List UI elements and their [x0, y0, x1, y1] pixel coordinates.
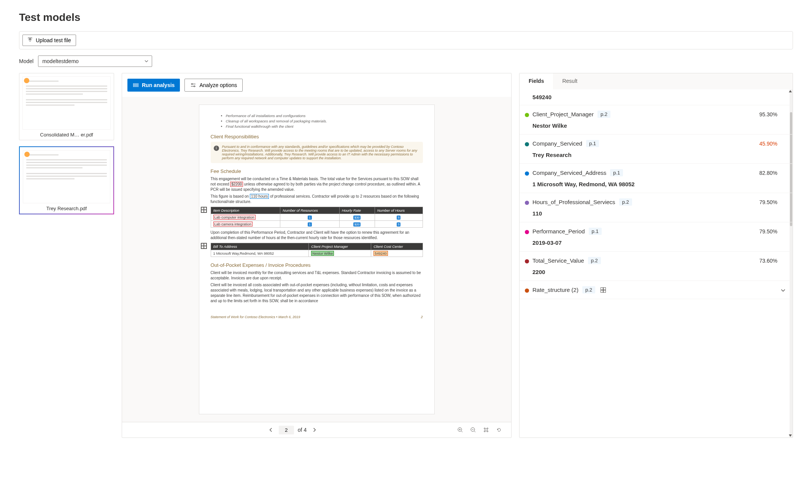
model-row: Model modeltestdemo	[19, 55, 793, 67]
field-name: Hours_of_Professional_Serviecs	[532, 199, 615, 205]
run-analysis-button[interactable]: Run analysis	[127, 79, 180, 92]
next-page-button[interactable]	[310, 426, 319, 434]
doc-text: This figure is based on	[211, 194, 250, 198]
field-value: Trey Research	[532, 152, 781, 158]
doc-heading-fee-schedule: Fee Schedule	[211, 168, 423, 174]
doc-note-text: Pursuant to and in conformance with any …	[222, 145, 417, 160]
th: Bill To Address	[211, 243, 309, 250]
status-dot-icon	[24, 78, 29, 83]
doc-bullet-list: Performance of all installations and con…	[226, 114, 423, 128]
field-item[interactable]: Total_Service_Valuep.273.60%2200	[520, 252, 793, 281]
bill-table: Bill To Address Client Project Manager C…	[211, 243, 423, 257]
model-select[interactable]: modeltestdemo	[38, 55, 152, 67]
upload-bar: Upload test file	[19, 31, 793, 49]
field-page-badge: p.2	[619, 198, 632, 206]
fit-button[interactable]	[481, 425, 491, 434]
field-color-dot	[525, 113, 529, 117]
analyze-options-button[interactable]: Analyze options	[184, 79, 243, 92]
field-color-dot	[525, 171, 529, 176]
field-item[interactable]: Company_Servicedp.145.90%Trey Research	[520, 135, 793, 164]
field-name: Performance_Period	[532, 228, 585, 235]
model-select-value: modeltestdemo	[42, 58, 79, 64]
tab-result[interactable]: Result	[553, 73, 586, 89]
field-name: Client_Project_Manager	[532, 111, 594, 117]
field-color-dot	[525, 259, 529, 263]
field-name: Rate_structure (2)	[532, 287, 578, 293]
th: Number of Hours	[375, 207, 423, 214]
doc-bullet: Performance of all installations and con…	[226, 114, 423, 118]
td: $20	[339, 221, 375, 228]
highlight-hours: 110 hours	[250, 194, 269, 199]
field-confidence: 79.50%	[760, 199, 777, 205]
field-item[interactable]: Rate_structure (2)p.2	[520, 281, 793, 299]
doc-paragraph: Client will be invoiced monthly for the …	[211, 270, 423, 281]
page-input[interactable]	[279, 426, 294, 434]
sliders-icon	[190, 82, 196, 88]
td: 1 Microsoft Way,Redmond, WA 98052	[211, 250, 309, 257]
thumbnail-preview	[23, 150, 110, 203]
zoom-out-button[interactable]	[469, 425, 478, 434]
th: Client Project Manager	[309, 243, 371, 250]
model-label: Model	[19, 58, 33, 64]
td: 1	[280, 214, 339, 221]
doc-bullet: Final functional walkthrough with the cl…	[226, 124, 423, 128]
highlight-pm: Nestor Wilke	[311, 251, 334, 256]
td: Lab computer integration	[211, 214, 280, 221]
page-total-label: of 4	[298, 427, 307, 433]
field-confidence: 45.90%	[760, 141, 777, 147]
field-color-dot	[525, 201, 529, 205]
thumbnail-column: Consolidated M… er.pdf Trey Research.pdf	[19, 73, 114, 438]
table-icon	[201, 243, 207, 249]
tabs: Fields Result	[520, 73, 793, 89]
th: Hourly Rate	[339, 207, 375, 214]
doc-heading-client-responsibilities: Client Responsibilities	[211, 134, 423, 139]
analyze-options-label: Analyze options	[199, 82, 237, 88]
th: Number of Resources	[280, 207, 339, 214]
th: Item Description	[211, 207, 280, 214]
doc-paragraph: Upon completion of this Performance Peri…	[211, 230, 423, 241]
viewer-body[interactable]: Performance of all installations and con…	[122, 97, 511, 422]
field-page-badge: p.2	[597, 111, 610, 118]
td: $30	[339, 214, 375, 221]
field-confidence: 79.50%	[760, 228, 777, 235]
thumbnail-preview	[22, 76, 111, 130]
td: 549240	[371, 250, 423, 257]
svg-point-1	[194, 86, 195, 87]
fields-panel: Fields Result 549240 Client_Project_Mana…	[519, 73, 793, 438]
field-item[interactable]: Company_Serviced_Addressp.182.80%1 Micro…	[520, 164, 793, 193]
upload-button-label: Upload test file	[36, 37, 71, 43]
info-icon: i	[214, 146, 219, 151]
thumbnail-label: Trey Research.pdf	[23, 206, 110, 211]
field-value: 110	[532, 210, 781, 217]
rotate-button[interactable]	[494, 425, 504, 434]
thumbnail-trey-research[interactable]: Trey Research.pdf	[19, 146, 114, 214]
field-value: 1 Microsoft Way, Redmond, WA 98052	[532, 181, 781, 187]
upload-test-file-button[interactable]: Upload test file	[22, 35, 76, 46]
doc-paragraph: Client will be invoiced all costs associ…	[211, 282, 423, 304]
field-page-badge: p.1	[589, 228, 602, 235]
td: 5	[375, 221, 423, 228]
field-name: Total_Service_Value	[532, 257, 584, 264]
highlight-total-value: $2200	[230, 182, 243, 187]
field-color-dot	[525, 142, 529, 146]
tab-fields[interactable]: Fields	[520, 73, 553, 89]
doc-footer-right: 2	[421, 315, 423, 319]
thumbnail-consolidated[interactable]: Consolidated M… er.pdf	[19, 73, 114, 140]
field-item[interactable]: Client_Project_Managerp.295.30%Nestor Wi…	[520, 105, 793, 135]
zoom-in-button[interactable]	[456, 425, 465, 434]
fields-list[interactable]: 549240 Client_Project_Managerp.295.30%Ne…	[520, 89, 793, 437]
td: 5	[375, 214, 423, 221]
highlight: 1	[308, 222, 311, 227]
viewer-toolbar: Run analysis Analyze options	[122, 73, 511, 97]
thumbnail-label: Consolidated M… er.pdf	[22, 132, 111, 138]
prev-page-button[interactable]	[267, 426, 275, 434]
zoom-tools	[456, 425, 504, 434]
field-value: Nestor Wilke	[532, 122, 781, 129]
field-item[interactable]: Performance_Periodp.179.50%2019-03-07	[520, 222, 793, 252]
table-icon	[201, 207, 207, 213]
fee-table: Item Description Number of Resources Hou…	[211, 207, 423, 228]
scroll-down-icon[interactable]	[789, 434, 792, 437]
field-item[interactable]: Hours_of_Professional_Serviecsp.279.50%1…	[520, 193, 793, 222]
chevron-down-icon	[780, 288, 786, 293]
scroll-up-icon[interactable]	[789, 90, 792, 92]
